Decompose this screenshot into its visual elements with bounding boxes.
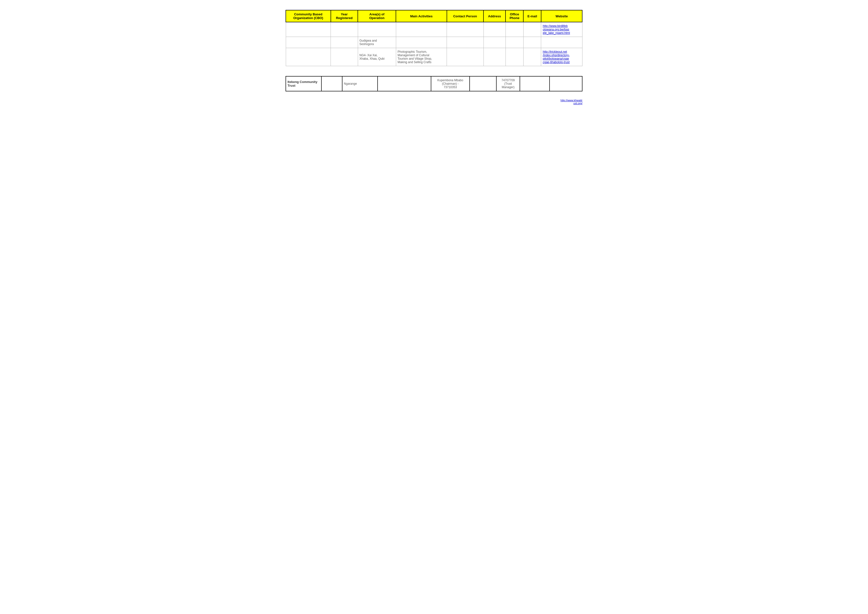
cell-address-1 (484, 22, 505, 37)
birdlife-link[interactable]: http://www.birdlifeb otswana.org.bw/bas … (542, 24, 570, 35)
cell-area-1 (358, 22, 396, 37)
cell-activities-2 (396, 37, 446, 48)
itekeng-row: Itekeng CommunityTrust Ngarange Kupembon… (286, 76, 582, 91)
header-activities: Main Activities (396, 10, 446, 22)
cell-area-2: Gudigwa andSeshogora (358, 37, 396, 48)
itekeng-email (520, 76, 550, 91)
page-container: Community BasedOrganization (CBO) YearRe… (285, 10, 583, 107)
header-org: Community BasedOrganization (CBO) (286, 10, 331, 22)
cell-phone-3 (505, 48, 523, 66)
cell-year-2 (331, 37, 358, 48)
cell-website-2 (541, 37, 582, 48)
cell-contact-3 (447, 48, 484, 66)
header-year: YearRegistered (331, 10, 358, 22)
table-row: http://www.birdlifeb otswana.org.bw/bas … (286, 22, 582, 37)
cell-email-2 (523, 37, 541, 48)
itekeng-org: Itekeng CommunityTrust (286, 76, 321, 91)
header-website: Website (541, 10, 582, 22)
cell-org-1 (286, 22, 331, 37)
cell-website-3[interactable]: http://trickleout.net /index.php/directo… (541, 48, 582, 66)
cell-address-3 (484, 48, 505, 66)
header-row: Community BasedOrganization (CBO) YearRe… (286, 10, 582, 22)
cell-email-3 (523, 48, 541, 66)
header-email: E-mail (523, 10, 541, 22)
header-phone: OfficePhone (505, 10, 523, 22)
cell-contact-1 (447, 22, 484, 37)
header-area: Area(s) ofOperation (358, 10, 396, 22)
cell-contact-2 (447, 37, 484, 48)
main-table: Community BasedOrganization (CBO) YearRe… (285, 10, 583, 71)
itekeng-phone: 74707709 (Trust Manager) (496, 76, 520, 91)
itekeng-contact: Kupembona Mbabo (Chairman) - 73710353 (431, 76, 470, 91)
cell-phone-1 (505, 22, 523, 37)
cell-org-2 (286, 37, 331, 48)
itekeng-website (550, 76, 582, 91)
khwai-link[interactable]: http://www.khwaitr ust.org/ (560, 99, 583, 105)
itekeng-address (470, 76, 496, 91)
table-row: NG4- Xai Xai,Xhaba, Xhaa, Qubi Photograp… (286, 48, 582, 66)
header-address: Address (484, 10, 505, 22)
bottom-website-section: http://www.khwaitr ust.org/ (285, 96, 583, 107)
cell-website-1[interactable]: http://www.birdlifeb otswana.org.bw/bas … (541, 22, 582, 37)
itekeng-activities (378, 76, 431, 91)
cell-org-3 (286, 48, 331, 66)
cell-year-3 (331, 48, 358, 66)
itekeng-table: Itekeng CommunityTrust Ngarange Kupembon… (285, 76, 583, 92)
table-row: Gudigwa andSeshogora (286, 37, 582, 48)
itekeng-area: Ngarange (342, 76, 378, 91)
cell-year-1 (331, 22, 358, 37)
cell-email-1 (523, 22, 541, 37)
itekeng-year (321, 76, 342, 91)
trickleout-link[interactable]: http://trickleout.net /index.php/directo… (542, 50, 570, 64)
cell-activities-1 (396, 22, 446, 37)
cell-area-3: NG4- Xai Xai,Xhaba, Xhaa, Qubi (358, 48, 396, 66)
header-contact: Contact Person (447, 10, 484, 22)
cell-phone-2 (505, 37, 523, 48)
spacer-row (286, 66, 582, 72)
cell-address-2 (484, 37, 505, 48)
cell-activities-3: Photographic Tourism, Management of Cult… (396, 48, 446, 66)
